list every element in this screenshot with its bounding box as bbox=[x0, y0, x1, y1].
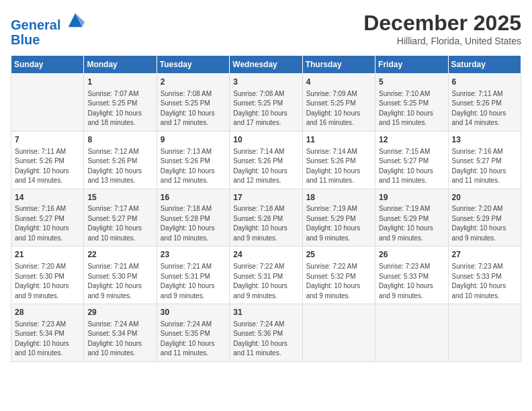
day-number: 10 bbox=[233, 134, 298, 146]
day-cell: 21Sunrise: 7:20 AM Sunset: 5:30 PM Dayli… bbox=[11, 246, 84, 304]
week-row-1: 1Sunrise: 7:07 AM Sunset: 5:25 PM Daylig… bbox=[11, 74, 521, 132]
day-info: Sunrise: 7:16 AM Sunset: 5:27 PM Dayligh… bbox=[452, 147, 517, 186]
logo-icon bbox=[66, 11, 85, 30]
day-info: Sunrise: 7:20 AM Sunset: 5:29 PM Dayligh… bbox=[452, 204, 517, 243]
day-info: Sunrise: 7:17 AM Sunset: 5:27 PM Dayligh… bbox=[87, 204, 152, 243]
day-info: Sunrise: 7:24 AM Sunset: 5:34 PM Dayligh… bbox=[87, 320, 152, 359]
day-number: 17 bbox=[233, 192, 298, 203]
day-number: 23 bbox=[161, 249, 226, 261]
day-cell: 15Sunrise: 7:17 AM Sunset: 5:27 PM Dayli… bbox=[84, 189, 157, 246]
day-cell: 28Sunrise: 7:23 AM Sunset: 5:34 PM Dayli… bbox=[11, 304, 84, 362]
day-cell: 3Sunrise: 7:08 AM Sunset: 5:25 PM Daylig… bbox=[230, 74, 302, 132]
header-saturday: Saturday bbox=[448, 56, 521, 74]
day-cell: 18Sunrise: 7:19 AM Sunset: 5:29 PM Dayli… bbox=[302, 189, 375, 246]
day-cell: 17Sunrise: 7:18 AM Sunset: 5:28 PM Dayli… bbox=[230, 189, 302, 246]
day-number: 29 bbox=[87, 307, 152, 318]
logo: General Blue bbox=[11, 11, 85, 47]
day-info: Sunrise: 7:11 AM Sunset: 5:26 PM Dayligh… bbox=[15, 147, 80, 186]
day-number: 14 bbox=[15, 192, 80, 203]
day-info: Sunrise: 7:10 AM Sunset: 5:25 PM Dayligh… bbox=[379, 89, 444, 128]
day-info: Sunrise: 7:12 AM Sunset: 5:26 PM Dayligh… bbox=[87, 147, 152, 186]
day-cell: 2Sunrise: 7:08 AM Sunset: 5:25 PM Daylig… bbox=[157, 74, 229, 132]
day-info: Sunrise: 7:21 AM Sunset: 5:30 PM Dayligh… bbox=[87, 262, 152, 301]
day-cell: 1Sunrise: 7:07 AM Sunset: 5:25 PM Daylig… bbox=[84, 74, 157, 132]
header-friday: Friday bbox=[375, 56, 448, 74]
day-cell: 19Sunrise: 7:19 AM Sunset: 5:29 PM Dayli… bbox=[375, 189, 448, 246]
week-row-3: 14Sunrise: 7:16 AM Sunset: 5:27 PM Dayli… bbox=[11, 189, 521, 246]
day-info: Sunrise: 7:15 AM Sunset: 5:27 PM Dayligh… bbox=[379, 147, 444, 186]
week-row-2: 7Sunrise: 7:11 AM Sunset: 5:26 PM Daylig… bbox=[11, 131, 521, 189]
day-info: Sunrise: 7:20 AM Sunset: 5:30 PM Dayligh… bbox=[15, 262, 80, 301]
header-sunday: Sunday bbox=[11, 56, 84, 74]
day-cell: 12Sunrise: 7:15 AM Sunset: 5:27 PM Dayli… bbox=[375, 131, 448, 189]
day-info: Sunrise: 7:14 AM Sunset: 5:26 PM Dayligh… bbox=[233, 147, 298, 186]
title-block: December 2025 Hilliard, Florida, United … bbox=[363, 11, 521, 46]
day-number: 9 bbox=[161, 134, 226, 146]
calendar-header: SundayMondayTuesdayWednesdayThursdayFrid… bbox=[11, 56, 521, 74]
location: Hilliard, Florida, United States bbox=[363, 36, 521, 46]
calendar-table: SundayMondayTuesdayWednesdayThursdayFrid… bbox=[11, 55, 521, 362]
day-number: 11 bbox=[306, 134, 371, 146]
day-number: 16 bbox=[161, 192, 226, 203]
day-info: Sunrise: 7:16 AM Sunset: 5:27 PM Dayligh… bbox=[15, 204, 80, 243]
day-info: Sunrise: 7:24 AM Sunset: 5:36 PM Dayligh… bbox=[233, 320, 298, 359]
day-info: Sunrise: 7:23 AM Sunset: 5:33 PM Dayligh… bbox=[379, 262, 444, 301]
day-number: 26 bbox=[379, 249, 444, 261]
day-info: Sunrise: 7:11 AM Sunset: 5:26 PM Dayligh… bbox=[452, 89, 517, 128]
day-cell: 29Sunrise: 7:24 AM Sunset: 5:34 PM Dayli… bbox=[84, 304, 157, 362]
day-cell: 22Sunrise: 7:21 AM Sunset: 5:30 PM Dayli… bbox=[84, 246, 157, 304]
day-number: 15 bbox=[87, 192, 152, 203]
day-cell: 20Sunrise: 7:20 AM Sunset: 5:29 PM Dayli… bbox=[448, 189, 521, 246]
day-number: 5 bbox=[379, 77, 444, 88]
header-tuesday: Tuesday bbox=[157, 56, 229, 74]
header-thursday: Thursday bbox=[302, 56, 375, 74]
day-cell: 11Sunrise: 7:14 AM Sunset: 5:26 PM Dayli… bbox=[302, 131, 375, 189]
day-info: Sunrise: 7:21 AM Sunset: 5:31 PM Dayligh… bbox=[161, 262, 226, 301]
day-cell: 23Sunrise: 7:21 AM Sunset: 5:31 PM Dayli… bbox=[157, 246, 229, 304]
day-number: 22 bbox=[87, 249, 152, 261]
month-title: December 2025 bbox=[363, 11, 521, 36]
day-info: Sunrise: 7:23 AM Sunset: 5:34 PM Dayligh… bbox=[15, 320, 80, 359]
day-number: 31 bbox=[233, 307, 298, 318]
day-number: 25 bbox=[306, 249, 371, 261]
header-wednesday: Wednesday bbox=[230, 56, 302, 74]
day-info: Sunrise: 7:19 AM Sunset: 5:29 PM Dayligh… bbox=[379, 204, 444, 243]
day-info: Sunrise: 7:14 AM Sunset: 5:26 PM Dayligh… bbox=[306, 147, 371, 186]
day-number: 8 bbox=[87, 134, 152, 146]
day-number: 7 bbox=[15, 134, 80, 146]
day-cell: 24Sunrise: 7:22 AM Sunset: 5:31 PM Dayli… bbox=[230, 246, 302, 304]
day-number: 1 bbox=[87, 77, 152, 88]
day-info: Sunrise: 7:08 AM Sunset: 5:25 PM Dayligh… bbox=[161, 89, 226, 128]
day-number: 20 bbox=[452, 192, 517, 203]
day-cell: 9Sunrise: 7:13 AM Sunset: 5:26 PM Daylig… bbox=[157, 131, 229, 189]
day-number: 12 bbox=[379, 134, 444, 146]
day-number: 2 bbox=[161, 77, 226, 88]
day-number: 19 bbox=[379, 192, 444, 203]
day-info: Sunrise: 7:23 AM Sunset: 5:33 PM Dayligh… bbox=[452, 262, 517, 301]
day-number: 18 bbox=[306, 192, 371, 203]
day-cell: 7Sunrise: 7:11 AM Sunset: 5:26 PM Daylig… bbox=[11, 131, 84, 189]
day-number: 13 bbox=[452, 134, 517, 146]
week-row-4: 21Sunrise: 7:20 AM Sunset: 5:30 PM Dayli… bbox=[11, 246, 521, 304]
day-cell bbox=[375, 304, 448, 362]
day-info: Sunrise: 7:22 AM Sunset: 5:32 PM Dayligh… bbox=[306, 262, 371, 301]
day-number: 27 bbox=[452, 249, 517, 261]
day-cell: 26Sunrise: 7:23 AM Sunset: 5:33 PM Dayli… bbox=[375, 246, 448, 304]
day-cell: 4Sunrise: 7:09 AM Sunset: 5:25 PM Daylig… bbox=[302, 74, 375, 132]
day-cell: 27Sunrise: 7:23 AM Sunset: 5:33 PM Dayli… bbox=[448, 246, 521, 304]
day-number: 30 bbox=[161, 307, 226, 318]
day-info: Sunrise: 7:18 AM Sunset: 5:28 PM Dayligh… bbox=[233, 204, 298, 243]
day-number: 21 bbox=[15, 249, 80, 261]
header-monday: Monday bbox=[84, 56, 157, 74]
calendar-body: 1Sunrise: 7:07 AM Sunset: 5:25 PM Daylig… bbox=[11, 74, 521, 362]
day-cell bbox=[302, 304, 375, 362]
day-info: Sunrise: 7:18 AM Sunset: 5:28 PM Dayligh… bbox=[161, 204, 226, 243]
day-number: 3 bbox=[233, 77, 298, 88]
day-info: Sunrise: 7:08 AM Sunset: 5:25 PM Dayligh… bbox=[233, 89, 298, 128]
logo-general: General bbox=[11, 17, 60, 32]
day-cell: 30Sunrise: 7:24 AM Sunset: 5:35 PM Dayli… bbox=[157, 304, 229, 362]
day-number: 4 bbox=[306, 77, 371, 88]
day-number: 24 bbox=[233, 249, 298, 261]
day-info: Sunrise: 7:09 AM Sunset: 5:25 PM Dayligh… bbox=[306, 89, 371, 128]
day-info: Sunrise: 7:19 AM Sunset: 5:29 PM Dayligh… bbox=[306, 204, 371, 243]
